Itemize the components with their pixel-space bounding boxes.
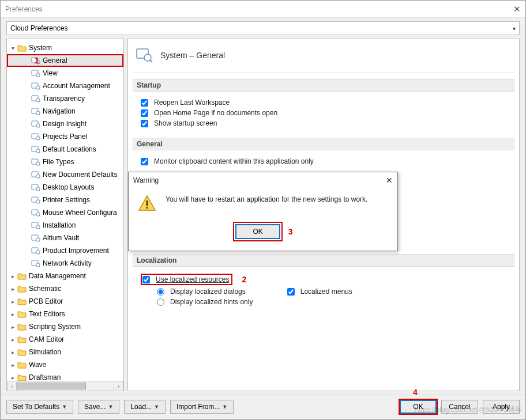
folder-icon [17, 348, 27, 356]
tree-label: Installation [43, 221, 76, 229]
nav-tree[interactable]: ▾SystemGeneral1ViewAccount ManagementTra… [7, 39, 123, 381]
svg-line-26 [39, 165, 40, 166]
scroll-track[interactable] [17, 381, 114, 391]
tree-label: Navigation [43, 107, 76, 115]
tree-item-account-management[interactable]: Account Management [7, 80, 123, 92]
tree-item-design-insight[interactable]: Design Insight [7, 118, 123, 130]
toggle-icon[interactable]: ▸ [9, 349, 16, 355]
set-defaults-button[interactable]: Set To Defaults▼ [6, 400, 73, 414]
toggle-icon[interactable]: ▸ [9, 286, 16, 292]
tree-folder-cam-editor[interactable]: ▸CAM Editor [7, 333, 123, 346]
svg-line-35 [39, 203, 40, 204]
tree-item-navigation[interactable]: Navigation [7, 105, 123, 118]
tree-folder-pcb-editor[interactable]: ▸PCB Editor [7, 295, 123, 308]
tree-folder-scripting-system[interactable]: ▸Scripting System [7, 320, 123, 333]
chevron-down-icon: ▾ [513, 25, 516, 32]
annotation-1: 1 [35, 56, 39, 65]
window-close-icon[interactable]: ✕ [513, 4, 521, 14]
svg-line-47 [39, 253, 40, 255]
tree-folder-schematic[interactable]: ▸Schematic [7, 282, 123, 295]
apply-button[interactable]: Apply [483, 400, 520, 414]
tree-folder-draftsman[interactable]: ▸Draftsman [7, 371, 123, 381]
settings-page-icon [31, 82, 40, 90]
monitor-clipboard-checkbox[interactable]: Monitor clipboard content within this ap… [141, 157, 513, 165]
tree-label: Default Locations [43, 145, 96, 153]
show-startup-checkbox[interactable]: Show startup screen [141, 119, 513, 127]
localized-menus-checkbox[interactable]: Localized menus [287, 287, 352, 296]
reopen-workspace-checkbox[interactable]: Reopen Last Workspace [141, 99, 513, 107]
tree-item-projects-panel[interactable]: Projects Panel [7, 130, 123, 143]
scroll-left-icon[interactable]: ‹ [7, 381, 17, 391]
tree-item-general[interactable]: General1 [7, 54, 123, 67]
ok-button[interactable]: OK [400, 400, 437, 414]
group-localization-title: Localization [133, 254, 514, 267]
display-dialogs-radio[interactable]: Display localized dialogs [157, 287, 246, 296]
toggle-icon[interactable]: ▸ [9, 374, 16, 381]
titlebar: Preferences ✕ [1, 1, 525, 18]
tree-item-altium-vault[interactable]: Altium Vault [7, 232, 123, 244]
save-button[interactable]: Save...▼ [78, 400, 119, 414]
tree-item-installation[interactable]: Installation [7, 219, 123, 232]
import-from-button[interactable]: Import From...▼ [170, 400, 234, 414]
svg-rect-55 [146, 200, 148, 206]
toggle-icon[interactable]: ▸ [9, 273, 16, 279]
svg-line-14 [39, 114, 40, 115]
tree-label: General [43, 56, 67, 65]
dialog-titlebar: Warning ✕ [129, 172, 397, 188]
settings-page-icon [31, 133, 40, 141]
tree-item-mouse-wheel-configura[interactable]: Mouse Wheel Configura [7, 206, 123, 219]
settings-page-icon [31, 120, 40, 128]
toggle-icon[interactable]: ▸ [9, 298, 16, 305]
dialog-ok-button[interactable]: OK [235, 224, 280, 239]
warning-icon [138, 194, 156, 213]
scroll-right-icon[interactable]: › [114, 381, 123, 391]
tree-folder-data-management[interactable]: ▸Data Management [7, 270, 123, 282]
tree-label: Wave [29, 361, 46, 369]
tree-root-system[interactable]: ▾System [7, 41, 123, 54]
tree-hscrollbar[interactable]: ‹ › [7, 381, 123, 391]
toggle-icon[interactable]: ▸ [9, 324, 16, 330]
tree-label: Data Management [29, 272, 86, 280]
settings-page-icon [31, 209, 40, 217]
cancel-button[interactable]: Cancel [441, 400, 478, 414]
page-title: System – General [160, 51, 225, 60]
dialog-title: Warning [133, 176, 386, 184]
svg-line-44 [39, 241, 40, 242]
tree-item-default-locations[interactable]: Default Locations [7, 143, 123, 156]
cloud-prefs-label: Cloud Preferences [10, 24, 67, 32]
tree-item-printer-settings[interactable]: Printer Settings [7, 194, 123, 206]
dialog-message: You will have to restart an application … [166, 194, 367, 203]
svg-line-53 [150, 60, 152, 62]
settings-page-icon [31, 107, 40, 115]
svg-line-2 [39, 63, 40, 65]
tree-item-transparency[interactable]: Transparency [7, 92, 123, 105]
tree-folder-wave[interactable]: ▸Wave [7, 358, 123, 371]
use-localized-highlight: Use localized resources [141, 274, 232, 285]
tree-label: Desktop Layouts [43, 183, 94, 191]
toggle-icon[interactable]: ▸ [9, 336, 16, 343]
toggle-icon[interactable]: ▸ [9, 311, 16, 317]
svg-line-23 [39, 152, 40, 153]
tree-item-product-improvement[interactable]: Product Improvement [7, 244, 123, 257]
toggle-icon[interactable]: ▾ [9, 45, 16, 51]
tree-folder-text-editors[interactable]: ▸Text Editors [7, 308, 123, 320]
load-button[interactable]: Load...▼ [124, 400, 166, 414]
tree-item-new-document-defaults[interactable]: New Document Defaults [7, 168, 123, 181]
toggle-icon[interactable]: ▸ [9, 362, 16, 368]
tree-item-desktop-layouts[interactable]: Desktop Layouts [7, 181, 123, 194]
folder-icon [17, 297, 27, 305]
annotation-3: 3 [288, 227, 293, 236]
warning-dialog: Warning ✕ You will have to restart an ap… [128, 172, 398, 251]
display-hints-radio[interactable]: Display localized hints only [157, 298, 513, 306]
folder-icon [17, 310, 27, 318]
open-home-checkbox[interactable]: Open Home Page if no documents open [141, 109, 513, 117]
tree-folder-simulation[interactable]: ▸Simulation [7, 346, 123, 358]
dialog-close-icon[interactable]: ✕ [386, 176, 393, 185]
cloud-prefs-dropdown[interactable]: Cloud Preferences ▾ [6, 21, 520, 35]
use-localized-checkbox[interactable]: Use localized resources [142, 275, 229, 283]
tree-label: Draftsman [29, 373, 61, 381]
tree-item-file-types[interactable]: File Types [7, 156, 123, 168]
tree-item-network-activity[interactable]: Network Activity [7, 257, 123, 270]
scroll-thumb[interactable] [17, 383, 86, 389]
tree-item-view[interactable]: View [7, 67, 123, 80]
